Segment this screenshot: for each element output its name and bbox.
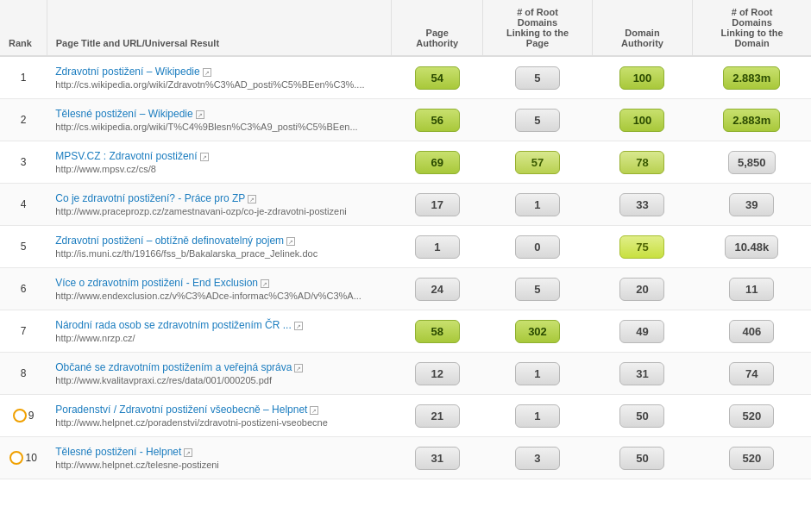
external-link-icon: ↗ — [294, 322, 303, 330]
root-domains-page-badge: 0 — [515, 235, 560, 259]
root-domains-page-cell: 57 — [483, 141, 593, 184]
page-url: http://www.endexclusion.cz/v%C3%ADce-inf… — [55, 291, 383, 301]
root-domains-page-cell: 302 — [483, 310, 593, 353]
root-domains-page-cell: 3 — [483, 437, 593, 479]
table-row: 2Tělesné postižení – Wikipedie↗http://cs… — [0, 99, 811, 141]
title-cell: Tělesné postižení – Wikipedie↗http://cs.… — [47, 99, 392, 141]
domain-authority-badge: 50 — [619, 447, 664, 470]
root-domains-page-badge: 5 — [515, 66, 560, 90]
rank-cell: 6 — [0, 268, 47, 310]
root-domains-domain-badge: 39 — [729, 193, 774, 216]
domain-authority-badge: 75 — [619, 235, 664, 259]
external-link-icon: ↗ — [248, 195, 256, 203]
table-row: 6Více o zdravotním postižení - End Exclu… — [0, 268, 811, 310]
root-domains-domain-badge: 74 — [729, 362, 774, 385]
root-domains-page-badge: 3 — [515, 447, 560, 470]
root-domains-page-cell: 1 — [483, 395, 593, 437]
page-title-link[interactable]: Občané se zdravotním postižením a veřejn… — [55, 361, 383, 373]
page-authority-badge: 58 — [415, 320, 460, 343]
table-row: 8Občané se zdravotním postižením a veřej… — [0, 353, 811, 395]
page-authority-badge: 12 — [415, 362, 460, 385]
page-title-link[interactable]: Národní rada osob se zdravotním postižen… — [55, 319, 383, 331]
root-domains-page-badge: 1 — [515, 362, 560, 385]
root-domains-domain-cell: 11 — [693, 268, 811, 310]
page-authority-cell: 58 — [392, 310, 483, 353]
external-link-icon: ↗ — [184, 448, 192, 457]
external-link-icon: ↗ — [200, 153, 209, 161]
root-domains-domain-badge: 5,850 — [728, 151, 776, 174]
root-domains-domain-badge: 2.883m — [723, 66, 780, 90]
root-domains-domain-cell: 39 — [693, 184, 811, 226]
page-authority-cell: 31 — [392, 437, 483, 479]
title-cell: Více o zdravotním postižení - End Exclus… — [47, 268, 392, 310]
root-domains-domain-cell: 406 — [693, 310, 811, 353]
rank-cell: 3 — [0, 141, 47, 184]
page-authority-cell: 12 — [392, 353, 483, 395]
root-domains-domain-cell: 520 — [693, 437, 811, 479]
title-cell: Zdravotní postižení – obtížně definovate… — [47, 226, 392, 268]
page-title-link[interactable]: Poradenství / Zdravotní postižení všeobe… — [55, 404, 383, 416]
rank-number: 7 — [21, 325, 27, 337]
rank-number: 9 — [28, 410, 35, 422]
domain-authority-badge: 100 — [619, 109, 664, 132]
domain-authority-cell: 100 — [592, 99, 692, 141]
page-authority-badge: 21 — [415, 404, 460, 428]
title-cell: Národní rada osob se zdravotním postižen… — [47, 310, 392, 353]
rank-cell: 4 — [0, 184, 47, 226]
page-authority-badge: 56 — [415, 109, 460, 132]
page-authority-cell: 24 — [392, 268, 483, 310]
root-domains-page-badge: 1 — [515, 193, 560, 216]
page-url: http://www.mpsv.cz/cs/8 — [55, 164, 383, 174]
title-cell: Tělesné postižení - Helpnet↗http://www.h… — [47, 437, 392, 479]
page-title-link[interactable]: Zdravotní postižení – Wikipedie↗ — [55, 66, 383, 78]
page-url: http://www.praceprozp.cz/zamestnavani-oz… — [55, 206, 383, 216]
page-url: http://www.helpnet.cz/telesne-postizeni — [55, 460, 383, 470]
root-domains-page-cell: 5 — [483, 56, 593, 99]
title-cell: Zdravotní postižení – Wikipedie↗http://c… — [47, 56, 392, 99]
title-cell: Poradenství / Zdravotní postižení všeobe… — [47, 395, 392, 437]
external-link-icon: ↗ — [196, 110, 204, 119]
page-authority-cell: 69 — [392, 141, 483, 184]
rank-header: Rank — [0, 0, 47, 56]
page-title-link[interactable]: Tělesné postižení - Helpnet↗ — [55, 446, 383, 458]
domain-authority-badge: 100 — [619, 66, 664, 90]
rank-number: 1 — [21, 72, 27, 84]
root-domains-domain-badge: 10.48k — [725, 235, 778, 259]
rank-cell: 8 — [0, 353, 47, 395]
rank-cell: 10 — [0, 437, 47, 479]
page-url: http://www.nrzp.cz/ — [55, 333, 383, 343]
page-title-link[interactable]: Tělesné postižení – Wikipedie↗ — [55, 108, 383, 120]
page-authority-badge: 54 — [415, 66, 460, 90]
table-row: 3MPSV.CZ : Zdravotní postižení↗http://ww… — [0, 141, 811, 184]
root-domains-domain-cell: 5,850 — [693, 141, 811, 184]
page-authority-cell: 21 — [392, 395, 483, 437]
domain-authority-cell: 50 — [592, 437, 692, 479]
external-link-icon: ↗ — [203, 68, 211, 77]
domain-authority-cell: 100 — [592, 56, 692, 99]
root-domains-page-badge: 1 — [515, 404, 560, 428]
root-domains-domain-badge: 406 — [729, 320, 774, 343]
domain-authority-cell: 78 — [592, 141, 692, 184]
root-domains-page-badge: 5 — [515, 278, 560, 301]
page-title-link[interactable]: MPSV.CZ : Zdravotní postižení↗ — [55, 150, 383, 162]
external-link-icon: ↗ — [310, 406, 318, 415]
page-title-link[interactable]: Co je zdravotní postižení? - Práce pro Z… — [55, 192, 383, 204]
page-authority-badge: 69 — [415, 151, 460, 174]
rank-number: 5 — [21, 241, 27, 253]
rank-circle-icon — [9, 451, 23, 465]
root-domains-domain-cell: 10.48k — [693, 226, 811, 268]
rank-circle-icon — [13, 409, 27, 422]
root-domains-page-header: # of RootDomainsLinking to thePage — [483, 0, 593, 56]
table-row: 1Zdravotní postižení – Wikipedie↗http://… — [0, 56, 811, 99]
domain-authority-badge: 20 — [619, 278, 664, 301]
domain-authority-badge: 49 — [619, 320, 664, 343]
page-title-link[interactable]: Zdravotní postižení – obtížně definovate… — [55, 235, 383, 247]
page-title-link[interactable]: Více o zdravotním postižení - End Exclus… — [55, 277, 383, 289]
page-url: http://is.muni.cz/th/19166/fss_b/Bakalar… — [55, 248, 383, 259]
root-domains-domain-badge: 520 — [729, 404, 774, 428]
page-authority-badge: 31 — [415, 447, 460, 470]
results-table: Rank Page Title and URL/Universal Result… — [0, 0, 811, 479]
rank-number: 3 — [21, 156, 27, 168]
page-authority-cell: 1 — [392, 226, 483, 268]
domain-authority-badge: 50 — [619, 404, 664, 428]
